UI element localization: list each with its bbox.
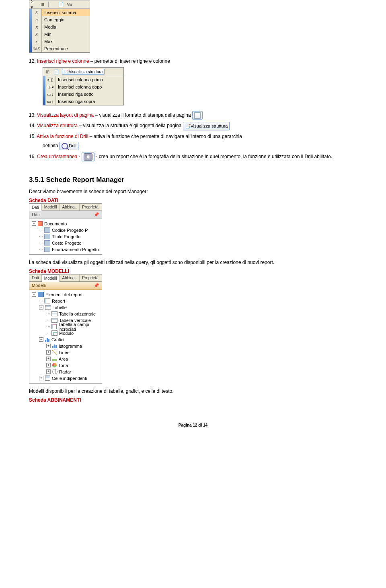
tab-modelli[interactable]: Modelli bbox=[42, 274, 60, 282]
item-desc: – visualizza la struttura e gli oggetti … bbox=[78, 123, 181, 129]
menu-item-media[interactable]: Media bbox=[42, 23, 90, 31]
snapshot-icon-btn[interactable] bbox=[82, 153, 94, 161]
vis-icon[interactable]: Vis bbox=[66, 1, 73, 8]
menu-item-riga-sopra[interactable]: Inserisci riga sopra bbox=[55, 98, 123, 105]
expand-icon[interactable]: + bbox=[46, 344, 51, 348]
menu-item-inserisci-somma[interactable]: Inserisci somma bbox=[42, 9, 90, 16]
item-desc: - crea un report che è la forografia del… bbox=[96, 154, 332, 159]
sigma-icon[interactable]: Σ ▾ bbox=[31, 1, 37, 8]
table-icon bbox=[45, 305, 51, 310]
area-chart-icon bbox=[52, 357, 57, 361]
tree-item[interactable]: +Radar bbox=[30, 369, 101, 375]
scheda-abbinamenti-heading: Scheda ABBINAMENTI bbox=[29, 397, 357, 403]
field-icon bbox=[44, 247, 50, 252]
list-item-16: 16. Crea un'istantanea - - crea un repor… bbox=[29, 153, 357, 161]
menu-item-col-prima[interactable]: Inserisci colonna prima bbox=[55, 76, 123, 83]
item-term: Crea un'istantanea bbox=[37, 154, 77, 159]
tab-dati[interactable]: Dati bbox=[29, 274, 42, 281]
icon-col-before: ⇤▯ bbox=[45, 76, 55, 83]
list-item-14: 14. Visualizza struttura – visualizza la… bbox=[29, 122, 357, 130]
visualizza-struttura-btn-small[interactable]: 📑Visualizza struttura bbox=[62, 69, 105, 75]
page-layout-icon-btn[interactable] bbox=[192, 111, 203, 120]
tree-item[interactable]: ⋯Tabella orizzontale bbox=[30, 311, 101, 317]
tree-item[interactable]: ⋯Tabella a campi incrociati bbox=[30, 324, 101, 330]
list-icon[interactable]: ≡ bbox=[39, 1, 46, 8]
tree-item[interactable]: ⋯Costo Progetto bbox=[30, 240, 101, 246]
page-footer: Pagina 12 di 14 bbox=[29, 423, 357, 427]
tree-item[interactable]: +Istogramma bbox=[30, 343, 101, 349]
doc-icon[interactable]: 📄 bbox=[57, 1, 64, 8]
item-number: 16. bbox=[29, 154, 36, 159]
histogram-icon bbox=[52, 344, 57, 348]
symbol-percent: %Σ bbox=[32, 45, 41, 52]
expand-icon[interactable]: + bbox=[46, 369, 51, 374]
tab-dati[interactable]: Dati bbox=[29, 204, 42, 211]
tree-item[interactable]: +Linee bbox=[30, 349, 101, 356]
tree-root-documento[interactable]: − Documento bbox=[30, 221, 101, 227]
menu-item-riga-sotto[interactable]: Inserisci riga sotto bbox=[55, 91, 123, 98]
tree-item-report[interactable]: ⋯Report bbox=[30, 298, 101, 304]
collapse-icon[interactable]: − bbox=[32, 221, 36, 226]
menu-item-max[interactable]: Max bbox=[42, 38, 90, 45]
pin-icon[interactable]: 📌 bbox=[94, 283, 99, 288]
expand-icon[interactable]: + bbox=[39, 376, 43, 380]
tab-proprieta[interactable]: Proprietà bbox=[80, 204, 101, 210]
field-icon bbox=[44, 240, 50, 246]
page-icon bbox=[194, 112, 201, 119]
tree-item[interactable]: ⋯Finanziamento Progetto bbox=[30, 246, 101, 253]
item-number: 15. bbox=[29, 134, 36, 139]
tab-proprieta[interactable]: Proprietà bbox=[80, 274, 101, 281]
drill-btn[interactable]: Drill bbox=[60, 142, 78, 150]
insert-doc-icon[interactable]: 📄 bbox=[53, 68, 60, 75]
collapse-icon[interactable]: − bbox=[32, 292, 36, 297]
tree-item[interactable]: +Area bbox=[30, 356, 101, 362]
modelli-description: Modelli disponibili per la creazione di … bbox=[29, 388, 357, 395]
icon-col-after: ▯⇥ bbox=[45, 83, 55, 91]
tree-item[interactable]: +Torta bbox=[30, 362, 101, 369]
tab-abbina[interactable]: Abbina.. bbox=[60, 274, 80, 281]
insert-menu-panel: ⊞ 📄 📑Visualizza struttura ⇤▯ ▯⇥ ▭↓ ▭↑ In… bbox=[43, 67, 124, 105]
toolbar-sep bbox=[48, 2, 55, 7]
expand-icon[interactable]: + bbox=[46, 350, 51, 355]
tree-item[interactable]: ⋯Titolo Progetto bbox=[30, 233, 101, 240]
tree-node-grafici[interactable]: −Grafici bbox=[30, 336, 101, 343]
scheda-dati-heading: Scheda DATI bbox=[29, 198, 357, 203]
tree-item-celle[interactable]: +Celle indipendenti bbox=[30, 375, 101, 382]
item-number: 13. bbox=[29, 112, 36, 118]
item-desc: – attiva la funzione che permette di nav… bbox=[88, 134, 242, 139]
icon-row-below: ▭↓ bbox=[45, 91, 55, 98]
menu-item-conteggio[interactable]: Conteggio bbox=[42, 16, 90, 23]
camera-icon bbox=[84, 153, 92, 161]
tree-item[interactable]: ⋯Codice Progetto P bbox=[30, 227, 101, 233]
collapse-icon[interactable]: − bbox=[39, 305, 43, 309]
expand-icon[interactable]: + bbox=[46, 363, 51, 367]
tree-root-elementi[interactable]: − Elementi del report bbox=[30, 291, 101, 298]
item-desc: – permette di inserire righe e colonne bbox=[89, 58, 170, 64]
menu-item-col-dopo[interactable]: Inserisci colonna dopo bbox=[55, 83, 123, 91]
item-desc: – visualizza il formato di stampa della … bbox=[94, 112, 191, 118]
menu-item-min[interactable]: Min bbox=[42, 31, 90, 38]
tab-modelli[interactable]: Modelli bbox=[42, 204, 60, 210]
tree-node-tabelle[interactable]: −Tabelle bbox=[30, 304, 101, 311]
htable-icon bbox=[51, 311, 57, 316]
expand-icon[interactable]: + bbox=[46, 357, 51, 361]
icon-row-above: ▭↑ bbox=[45, 98, 55, 105]
crosstab-icon bbox=[51, 324, 57, 329]
menu-item-percentuale[interactable]: Percentuale bbox=[42, 45, 90, 52]
item-term: Visualizza struttura bbox=[37, 123, 78, 129]
line-chart-icon bbox=[52, 350, 57, 355]
pin-icon[interactable]: 📌 bbox=[94, 212, 99, 217]
list-item-12: 12. Inserisci righe e colonne – permette… bbox=[29, 58, 357, 65]
dati-description: La scheda dati visualizza gli oggetti ut… bbox=[29, 259, 357, 266]
visualizza-struttura-btn[interactable]: 📑Visualizza struttura bbox=[183, 122, 230, 130]
insert-col-icon[interactable]: ⊞ bbox=[44, 68, 51, 75]
list-item-15: 15. Attiva la funzione di Drill – attiva… bbox=[29, 133, 357, 150]
modelli-panel: Dati Modelli Abbina.. Proprietà Modelli … bbox=[29, 274, 102, 384]
folder-icon bbox=[38, 292, 44, 297]
field-icon bbox=[44, 234, 50, 239]
section-intro: Descriviamo bravemente le schede del rep… bbox=[29, 188, 357, 195]
collapse-icon[interactable]: − bbox=[39, 337, 43, 342]
tab-abbina[interactable]: Abbina.. bbox=[60, 204, 80, 210]
field-icon bbox=[44, 227, 50, 233]
list-item-13: 13. Visualizza layout di pagina – visual… bbox=[29, 111, 357, 120]
